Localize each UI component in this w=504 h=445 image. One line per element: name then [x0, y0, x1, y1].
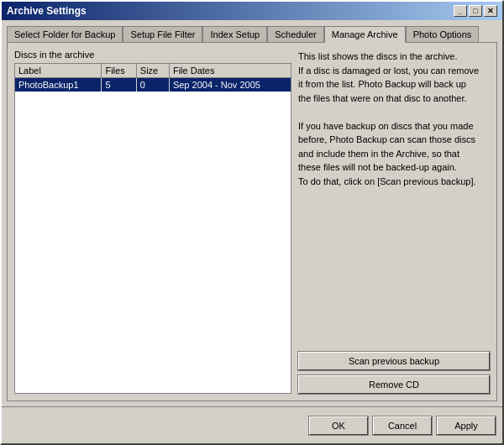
col-files: Files	[102, 64, 136, 78]
row-size: 0	[136, 78, 169, 92]
row-files: 5	[102, 78, 136, 92]
row-dates: Sep 2004 - Nov 2005	[169, 78, 291, 92]
title-bar: Archive Settings _ □ ✕	[2, 2, 502, 20]
tab-manage-archive[interactable]: Manage Archive	[324, 26, 406, 43]
apply-button[interactable]: Apply	[437, 416, 496, 435]
tab-setup-filter[interactable]: Setup File Filter	[123, 26, 202, 43]
archive-table: Label Files Size File Dates PhotoBackup1…	[14, 63, 291, 394]
section-label: Discs in the archive	[14, 50, 291, 60]
action-buttons: Scan previous backup Remove CD	[298, 352, 490, 394]
bottom-bar: OK Cancel Apply	[2, 406, 502, 443]
tabs-container: Select Folder for Backup Setup File Filt…	[2, 20, 502, 42]
left-panel: Discs in the archive Label Files Size Fi…	[14, 50, 291, 394]
cancel-button[interactable]: Cancel	[373, 416, 432, 435]
close-button[interactable]: ✕	[484, 5, 497, 17]
right-panel: This list shows the discs in the archive…	[298, 50, 490, 394]
maximize-button[interactable]: □	[469, 5, 482, 17]
scan-backup-button[interactable]: Scan previous backup	[298, 352, 490, 370]
remove-cd-button[interactable]: Remove CD	[298, 375, 490, 394]
col-label: Label	[15, 64, 102, 78]
tabs: Select Folder for Backup Setup File Filt…	[7, 25, 497, 42]
table-row[interactable]: PhotoBackup1 5 0 Sep 2004 - Nov 2005	[15, 78, 291, 92]
ok-button[interactable]: OK	[309, 416, 368, 435]
row-label: PhotoBackup1	[15, 78, 102, 92]
tab-index-setup[interactable]: Index Setup	[202, 26, 267, 43]
minimize-button[interactable]: _	[454, 5, 467, 17]
content-area: Discs in the archive Label Files Size Fi…	[7, 42, 497, 401]
info-text: This list shows the discs in the archive…	[298, 50, 490, 188]
title-bar-buttons: _ □ ✕	[454, 5, 497, 17]
archive-settings-window: Archive Settings _ □ ✕ Select Folder for…	[0, 0, 504, 445]
col-dates: File Dates	[169, 64, 291, 78]
window-title: Archive Settings	[7, 5, 87, 17]
tab-scheduler[interactable]: Scheduler	[267, 26, 324, 43]
tab-photo-options[interactable]: Photo Options	[406, 26, 480, 43]
tab-select-folder[interactable]: Select Folder for Backup	[7, 26, 123, 43]
col-size: Size	[136, 64, 169, 78]
